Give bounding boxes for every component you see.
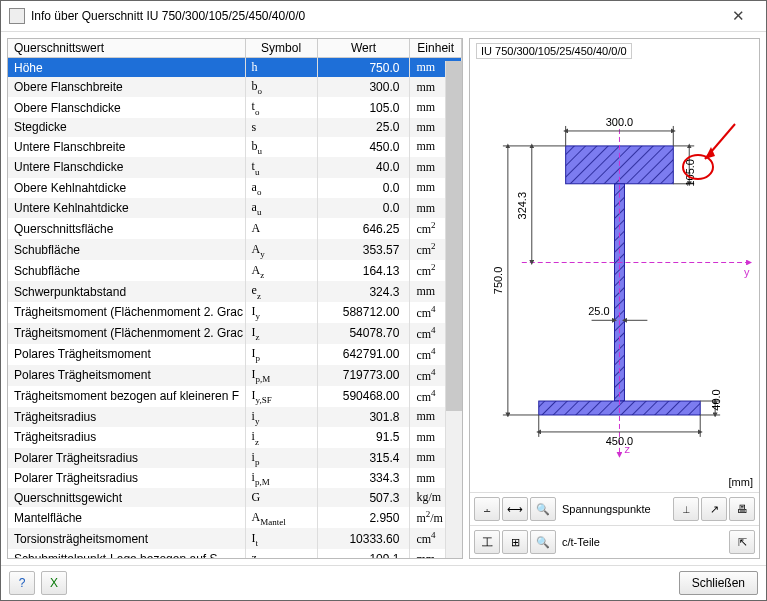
table-row[interactable]: Polarer Trägheitsradiusip,M334.3mm xyxy=(8,468,462,488)
cell-name: Querschnittsgewicht xyxy=(8,488,245,507)
cell-symbol: iy xyxy=(245,407,317,427)
col-header-symbol[interactable]: Symbol xyxy=(245,39,317,58)
dim-top-width: 300.0 xyxy=(606,116,633,128)
cell-value: 25.0 xyxy=(317,118,410,137)
tool-3d-icon[interactable]: ⟂ xyxy=(673,497,699,521)
dim-web: 25.0 xyxy=(588,305,609,317)
excel-icon: X xyxy=(50,576,58,590)
tool-export-icon[interactable]: ⇱ xyxy=(729,530,755,554)
cell-value: 750.0 xyxy=(317,58,410,78)
cell-value: 719773.00 xyxy=(317,365,410,386)
cell-name: Trägheitsmoment bezogen auf kleineren F xyxy=(8,386,245,407)
cell-name: Trägheitsradius xyxy=(8,427,245,447)
col-header-name[interactable]: Querschnittswert xyxy=(8,39,245,58)
cell-value: 0.0 xyxy=(317,178,410,198)
cell-symbol: Ip xyxy=(245,344,317,365)
table-row[interactable]: Obere Kehlnahtdickeao0.0mm xyxy=(8,178,462,198)
help-icon: ? xyxy=(19,576,26,590)
tool-parts-icon[interactable]: ⊞ xyxy=(502,530,528,554)
cell-name: Untere Flanschdicke xyxy=(8,157,245,177)
cell-name: Schwerpunktabstand xyxy=(8,281,245,301)
tool-zoom2-icon[interactable]: 🔍 xyxy=(530,530,556,554)
cell-value: 315.4 xyxy=(317,448,410,468)
cell-value: 642791.00 xyxy=(317,344,410,365)
table-row[interactable]: Untere Flanschdicketu40.0mm xyxy=(8,157,462,177)
tool-ibeam-icon[interactable]: 工 xyxy=(474,530,500,554)
cell-symbol: ez xyxy=(245,281,317,301)
cell-name: Schubfläche xyxy=(8,239,245,260)
cell-name: Untere Kehlnahtdicke xyxy=(8,198,245,218)
dim-height: 750.0 xyxy=(492,267,504,294)
drawing-title: IU 750/300/105/25/450/40/0/0 xyxy=(476,43,632,59)
section-svg: y z 300.0 105.0 xyxy=(470,39,759,492)
toolbar-label-ct: c/t-Teile xyxy=(562,536,600,548)
cell-symbol: zM xyxy=(245,549,317,558)
table-row[interactable]: Polarer Trägheitsradiusip315.4mm xyxy=(8,448,462,468)
close-button[interactable]: Schließen xyxy=(679,571,758,595)
cell-name: Höhe xyxy=(8,58,245,78)
cell-name: Schubmittelpunkt-Lage bezogen auf S xyxy=(8,549,245,558)
cell-value: 300.0 xyxy=(317,77,410,97)
properties-table-wrap: Querschnittswert Symbol Wert Einheit Höh… xyxy=(8,39,462,558)
drawing-panel: IU 750/300/105/25/450/40/0/0 [mm] xyxy=(469,38,760,559)
cell-symbol: bu xyxy=(245,137,317,157)
cell-value: 54078.70 xyxy=(317,323,410,344)
cell-name: Trägheitsmoment (Flächenmoment 2. Grac xyxy=(8,323,245,344)
tool-zoom-icon[interactable]: 🔍 xyxy=(530,497,556,521)
table-row[interactable]: Trägheitsmoment (Flächenmoment 2. GracIz… xyxy=(8,323,462,344)
cell-value: 301.8 xyxy=(317,407,410,427)
table-row[interactable]: QuerschnittsgewichtG507.3kg/m xyxy=(8,488,462,507)
table-row[interactable]: MantelflächeAMantel2.950m2/m xyxy=(8,507,462,528)
cell-symbol: ip,M xyxy=(245,468,317,488)
toolbar-row-2: 工 ⊞ 🔍 c/t-Teile ⇱ xyxy=(470,525,759,558)
table-row[interactable]: SchubflächeAz164.13cm2 xyxy=(8,260,462,281)
tool-print-icon[interactable]: 🖶 xyxy=(729,497,755,521)
cell-name: Polarer Trägheitsradius xyxy=(8,468,245,488)
table-row[interactable]: Schwerpunktabstandez324.3mm xyxy=(8,281,462,301)
cell-name: Trägheitsradius xyxy=(8,407,245,427)
cell-symbol: It xyxy=(245,528,317,549)
cell-name: Polares Trägheitsmoment xyxy=(8,344,245,365)
cell-name: Mantelfläche xyxy=(8,507,245,528)
toolbar-label-stress: Spannungspunkte xyxy=(562,503,651,515)
cell-symbol: to xyxy=(245,97,317,117)
scrollbar[interactable] xyxy=(445,61,462,558)
table-row[interactable]: Trägheitsradiusiz91.5mm xyxy=(8,427,462,447)
table-row[interactable]: Obere Flanschdicketo105.0mm xyxy=(8,97,462,117)
table-row[interactable]: Höheh750.0mm xyxy=(8,58,462,78)
col-header-unit[interactable]: Einheit xyxy=(410,39,462,58)
cell-symbol: AMantel xyxy=(245,507,317,528)
close-icon[interactable]: ✕ xyxy=(718,1,758,31)
table-row[interactable]: Polares TrägheitsmomentIp642791.00cm4 xyxy=(8,344,462,365)
cell-value: 2.950 xyxy=(317,507,410,528)
table-row[interactable]: Trägheitsmoment bezogen auf kleineren FI… xyxy=(8,386,462,407)
cell-name: Obere Flanschdicke xyxy=(8,97,245,117)
table-row[interactable]: Stegdickes25.0mm xyxy=(8,118,462,137)
table-row[interactable]: Untere Flanschbreitebu450.0mm xyxy=(8,137,462,157)
toolbar-row-1: ⫠ ⟷ 🔍 Spannungspunkte ⟂ ↗ 🖶 xyxy=(470,492,759,525)
cell-name: Obere Kehlnahtdicke xyxy=(8,178,245,198)
table-row[interactable]: Trägheitsmoment (Flächenmoment 2. GracIy… xyxy=(8,302,462,323)
dialog-body: Querschnittswert Symbol Wert Einheit Höh… xyxy=(1,32,766,565)
cell-value: 450.0 xyxy=(317,137,410,157)
scrollbar-thumb[interactable] xyxy=(446,61,462,411)
tool-section-icon[interactable]: ⫠ xyxy=(474,497,500,521)
table-row[interactable]: TorsionsträgheitsmomentIt10333.60cm4 xyxy=(8,528,462,549)
cell-symbol: ao xyxy=(245,178,317,198)
axis-y-label: y xyxy=(744,266,750,278)
excel-export-button[interactable]: X xyxy=(41,571,67,595)
table-row[interactable]: Schubmittelpunkt-Lage bezogen auf SzM109… xyxy=(8,549,462,558)
table-row[interactable]: Untere Kehlnahtdickeau0.0mm xyxy=(8,198,462,218)
table-row[interactable]: Trägheitsradiusiy301.8mm xyxy=(8,407,462,427)
table-row[interactable]: QuerschnittsflächeA646.25cm2 xyxy=(8,218,462,239)
table-row[interactable]: SchubflächeAy353.57cm2 xyxy=(8,239,462,260)
tool-dim-icon[interactable]: ⟷ xyxy=(502,497,528,521)
cell-value: 646.25 xyxy=(317,218,410,239)
table-row[interactable]: Obere Flanschbreitebo300.0mm xyxy=(8,77,462,97)
col-header-value[interactable]: Wert xyxy=(317,39,410,58)
table-row[interactable]: Polares TrägheitsmomentIp,M719773.00cm4 xyxy=(8,365,462,386)
window-title: Info über Querschnitt IU 750/300/105/25/… xyxy=(31,9,718,23)
help-button[interactable]: ? xyxy=(9,571,35,595)
tool-axis-icon[interactable]: ↗ xyxy=(701,497,727,521)
properties-panel: Querschnittswert Symbol Wert Einheit Höh… xyxy=(7,38,463,559)
